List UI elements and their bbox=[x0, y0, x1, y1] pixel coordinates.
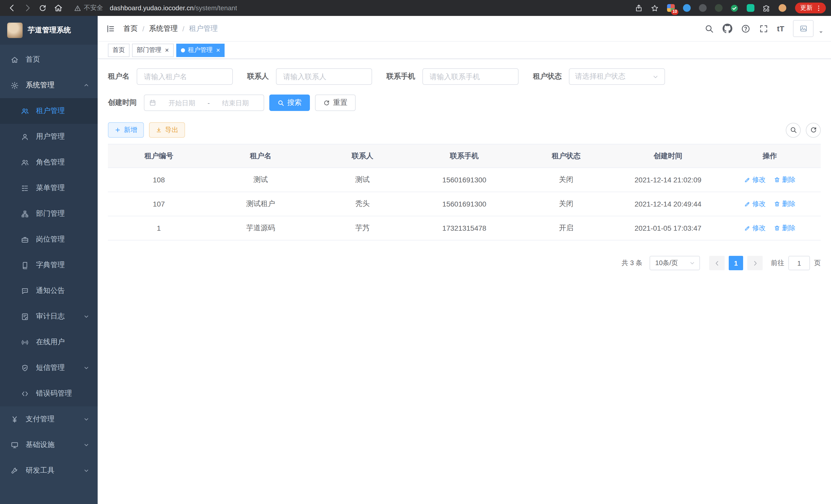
extension-icon-dark[interactable] bbox=[697, 3, 708, 13]
tab-home[interactable]: 首页 bbox=[108, 43, 130, 57]
extension-icon-olive[interactable] bbox=[713, 3, 724, 13]
fullscreen-icon[interactable] bbox=[759, 24, 768, 33]
update-label: 更新 bbox=[800, 4, 812, 12]
help-icon[interactable] bbox=[741, 24, 750, 33]
sidebar-item-dept-management[interactable]: 部门管理 bbox=[0, 201, 98, 227]
user-avatar[interactable] bbox=[793, 20, 813, 37]
sidebar-toggle-icon[interactable] bbox=[98, 16, 123, 41]
search-button[interactable]: 搜索 bbox=[269, 94, 310, 111]
sidebar-item-home[interactable]: 首页 bbox=[0, 47, 98, 72]
cell-actions: 修改删除 bbox=[719, 216, 821, 240]
reset-button[interactable]: 重置 bbox=[315, 94, 355, 111]
tab-close-icon[interactable]: × bbox=[216, 47, 220, 53]
sidebar-item-dict-management[interactable]: 字典管理 bbox=[0, 252, 98, 278]
sidebar-item-infrastructure[interactable]: 基础设施 bbox=[0, 432, 98, 458]
tab-close-icon[interactable]: × bbox=[165, 47, 169, 53]
sidebar-item-tenant-management[interactable]: 租户管理 bbox=[0, 98, 98, 124]
cell-tenant-id: 107 bbox=[108, 192, 210, 216]
hide-search-button[interactable] bbox=[786, 122, 801, 138]
page-number-1[interactable]: 1 bbox=[729, 256, 743, 270]
status-select[interactable]: 请选择租户状态 bbox=[569, 68, 665, 85]
cell-tenant-id: 108 bbox=[108, 168, 210, 192]
add-button[interactable]: 新增 bbox=[108, 122, 144, 138]
browser-home-icon[interactable] bbox=[51, 1, 65, 14]
extension-icon-green-check[interactable] bbox=[729, 3, 740, 13]
refresh-button[interactable] bbox=[806, 122, 821, 138]
browser-menu-icon[interactable] bbox=[815, 4, 822, 11]
wrench-icon bbox=[10, 467, 19, 474]
delete-button[interactable]: 删除 bbox=[774, 199, 796, 209]
sidebar-item-error-code[interactable]: 错误码管理 bbox=[0, 381, 98, 406]
sidebar-item-payment[interactable]: 支付管理 bbox=[0, 406, 98, 432]
export-button[interactable]: 导出 bbox=[149, 122, 185, 138]
sidebar-item-label: 审计日志 bbox=[36, 312, 65, 321]
sidebar-item-role-management[interactable]: 角色管理 bbox=[0, 149, 98, 175]
table-row: 1 芋道源码 芋艿 17321315478 开启 2021-01-05 17:0… bbox=[108, 216, 821, 240]
contact-input[interactable] bbox=[282, 72, 366, 81]
browser-forward-icon[interactable] bbox=[21, 1, 34, 14]
edit-label: 修改 bbox=[752, 224, 766, 233]
edit-button[interactable]: 修改 bbox=[744, 175, 766, 184]
extensions-puzzle-icon[interactable] bbox=[761, 3, 771, 13]
edit-button[interactable]: 修改 bbox=[744, 224, 766, 233]
header-search-icon[interactable] bbox=[705, 24, 714, 33]
status-label: 租户状态 bbox=[533, 72, 562, 81]
chevron-down-icon bbox=[83, 365, 89, 371]
col-actions: 操作 bbox=[719, 144, 821, 168]
page-size-select[interactable]: 10条/页 bbox=[650, 256, 700, 270]
github-icon[interactable] bbox=[722, 24, 732, 33]
sidebar-item-user-management[interactable]: 用户管理 bbox=[0, 124, 98, 149]
browser-update-button[interactable]: 更新 bbox=[795, 3, 826, 13]
browser-reload-icon[interactable] bbox=[36, 1, 49, 14]
address-bar[interactable]: dashboard.yudao.iocoder.cn/system/tenant bbox=[110, 4, 237, 12]
sidebar-item-system-management[interactable]: 系统管理 bbox=[0, 72, 98, 98]
next-page-button[interactable] bbox=[747, 256, 763, 270]
share-icon[interactable] bbox=[634, 3, 644, 13]
tenant-name-input[interactable] bbox=[143, 72, 227, 81]
user-menu-caret-icon[interactable] bbox=[818, 29, 824, 35]
goto-label: 前往 bbox=[771, 259, 784, 268]
extension-icon-green-square[interactable] bbox=[745, 3, 755, 13]
profile-avatar-icon[interactable] bbox=[777, 3, 787, 13]
sidebar-item-audit-log[interactable]: 审计日志 bbox=[0, 304, 98, 329]
browser-toolbar: 不安全 dashboard.yudao.iocoder.cn/system/te… bbox=[0, 0, 831, 16]
tab-dept-management[interactable]: 部门管理 × bbox=[132, 43, 173, 57]
sidebar-item-sms-management[interactable]: 短信管理 bbox=[0, 355, 98, 381]
delete-button[interactable]: 删除 bbox=[774, 224, 796, 233]
audit-log-icon bbox=[21, 313, 29, 320]
cell-contact: 测试 bbox=[312, 168, 413, 192]
app-logo[interactable]: 芋道管理系统 bbox=[0, 16, 98, 45]
extension-icon-blue[interactable] bbox=[682, 3, 692, 13]
create-time-range-picker[interactable]: - bbox=[144, 94, 264, 111]
active-tab-dot bbox=[181, 48, 185, 52]
sidebar-item-dev-tools[interactable]: 研发工具 bbox=[0, 458, 98, 483]
sidebar-item-label: 系统管理 bbox=[26, 81, 55, 90]
menu-list-icon bbox=[21, 184, 29, 192]
security-indicator[interactable]: 不安全 bbox=[74, 4, 103, 12]
font-size-icon[interactable]: tT bbox=[777, 25, 784, 32]
tab-tenant-management[interactable]: 租户管理 × bbox=[176, 43, 225, 57]
col-tenant-id: 租户编号 bbox=[108, 144, 210, 168]
end-date-input[interactable] bbox=[212, 98, 259, 107]
chevron-down-icon bbox=[652, 73, 659, 80]
security-label: 不安全 bbox=[84, 4, 103, 12]
col-tenant-name: 租户名 bbox=[210, 144, 311, 168]
signal-icon bbox=[21, 338, 29, 346]
mobile-input[interactable] bbox=[429, 72, 512, 81]
delete-button[interactable]: 删除 bbox=[774, 175, 796, 184]
sidebar-item-online-users[interactable]: 在线用户 bbox=[0, 329, 98, 355]
start-date-input[interactable] bbox=[158, 98, 206, 107]
cell-tenant-id: 1 bbox=[108, 216, 210, 240]
bookmark-star-icon[interactable] bbox=[650, 3, 660, 13]
sidebar-item-menu-management[interactable]: 菜单管理 bbox=[0, 175, 98, 201]
sidebar-item-notice[interactable]: 通知公告 bbox=[0, 278, 98, 304]
sidebar-item-label: 角色管理 bbox=[36, 158, 65, 167]
edit-button[interactable]: 修改 bbox=[744, 199, 766, 209]
prev-page-button[interactable] bbox=[709, 256, 725, 270]
extension-icon-colorful[interactable]: 10 bbox=[665, 3, 676, 13]
sidebar-item-post-management[interactable]: 岗位管理 bbox=[0, 227, 98, 252]
browser-back-icon[interactable] bbox=[5, 1, 19, 14]
breadcrumb-system[interactable]: 系统管理 bbox=[149, 24, 178, 33]
goto-page-input[interactable] bbox=[789, 256, 810, 270]
breadcrumb-home[interactable]: 首页 bbox=[123, 24, 138, 33]
